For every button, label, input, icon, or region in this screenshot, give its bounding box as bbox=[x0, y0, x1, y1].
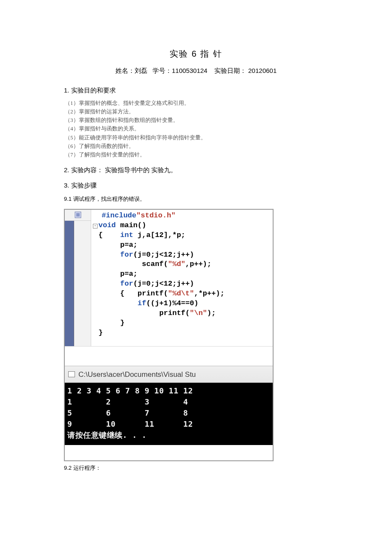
code-token: ,p++); bbox=[185, 260, 211, 268]
code-token: if bbox=[138, 299, 146, 307]
objectives-list: （1）掌握指针的概念、指针变量定义格式和引用。 （2）掌握指针的运算方法。 （3… bbox=[65, 99, 328, 159]
collapse-icon: - bbox=[93, 224, 98, 228]
code-editor-pane: #include"stdio.h" -void main() { int j,a… bbox=[65, 210, 273, 346]
code-token: j,a[12],*p; bbox=[133, 231, 185, 239]
list-item: （5）能正确使用字符串的指针和指向字符串的指针变量。 bbox=[65, 133, 328, 142]
code-token: { bbox=[120, 289, 124, 298]
code-area: #include"stdio.h" -void main() { int j,a… bbox=[91, 210, 273, 346]
console-title-bar: C:\Users\acer\Documents\Visual Stu bbox=[65, 366, 273, 383]
code-token: ,*p++); bbox=[194, 289, 224, 298]
blank-divider bbox=[65, 346, 273, 366]
code-token: { bbox=[98, 231, 103, 239]
console-row: 1 2 3 4 5 6 7 8 9 10 11 12 bbox=[67, 385, 270, 396]
breakpoint-icon bbox=[65, 210, 91, 221]
code-token: printf( bbox=[159, 309, 190, 317]
console-row: 9 10 11 12 bbox=[67, 419, 270, 430]
code-token: printf( bbox=[138, 289, 168, 298]
code-token: ((j+1)%4==0) bbox=[146, 299, 198, 307]
doc-title: 实验 6 指 针 bbox=[64, 47, 328, 61]
console-output: 1 2 3 4 5 6 7 8 9 10 11 12 1 2 3 4 5 6 7… bbox=[65, 383, 273, 445]
section-1-heading: 1. 实验目的和要求 bbox=[64, 85, 328, 95]
console-row: 请按任意键继续. . . bbox=[67, 430, 270, 441]
code-token: "%d\t" bbox=[168, 289, 194, 298]
list-item: （3）掌握数组的指针和指向数组的指针变量。 bbox=[65, 116, 328, 124]
section-3-heading: 3. 实验步骤 bbox=[64, 180, 328, 191]
console-row: 5 6 7 8 bbox=[67, 408, 270, 419]
code-token: } bbox=[120, 319, 124, 327]
code-token: int bbox=[120, 231, 133, 239]
console-title-text: C:\Users\acer\Documents\Visual Stu bbox=[78, 369, 196, 380]
cmd-window-icon bbox=[68, 371, 75, 377]
code-token: (j=0;j<12;j++) bbox=[133, 280, 194, 288]
section-2-heading: 2. 实验内容： 实验指导书中的 实验九。 bbox=[64, 165, 328, 175]
console-row: 1 2 3 4 bbox=[67, 396, 270, 408]
code-token: "%d" bbox=[168, 260, 185, 268]
editor-gutter bbox=[65, 210, 91, 346]
experiment-date: 实验日期： 20120601 bbox=[214, 67, 277, 74]
code-token: scanf( bbox=[142, 260, 168, 268]
svg-rect-1 bbox=[76, 213, 80, 217]
list-item: （1）掌握指针的概念、指针变量定义格式和引用。 bbox=[65, 99, 328, 107]
student-name: 姓名：刘磊 bbox=[115, 67, 147, 74]
code-token: (j=0;j<12;j++) bbox=[133, 251, 194, 259]
code-token: main() bbox=[116, 221, 146, 229]
code-token: for bbox=[120, 280, 133, 288]
list-item: （4）掌握指针与函数的关系。 bbox=[65, 124, 328, 133]
code-token: p=a; bbox=[120, 241, 138, 249]
code-token: "stdio.h" bbox=[136, 211, 176, 220]
code-token: #include bbox=[93, 211, 136, 220]
list-item: （7）了解指向指针变量的指针。 bbox=[65, 150, 328, 159]
code-token: } bbox=[98, 329, 103, 337]
student-info: 姓名：刘磊 学号：1100530124 实验日期： 20120601 bbox=[64, 66, 328, 76]
ide-screenshot: #include"stdio.h" -void main() { int j,a… bbox=[64, 209, 274, 462]
code-token: void bbox=[98, 221, 116, 229]
substep-9-2: 9.2 运行程序： bbox=[64, 464, 328, 473]
list-item: （2）掌握指针的运算方法。 bbox=[65, 107, 328, 116]
student-id: 学号：1100530124 bbox=[153, 67, 207, 74]
code-token: for bbox=[120, 251, 133, 259]
code-token: p=a; bbox=[120, 270, 138, 278]
code-token: "\n" bbox=[190, 309, 207, 317]
blank-footer bbox=[65, 445, 273, 460]
substep-9-1: 9.1 调试程序，找出程序的错误。 bbox=[64, 195, 328, 204]
code-token: ); bbox=[207, 309, 216, 317]
list-item: （6）了解指向函数的指针。 bbox=[65, 142, 328, 150]
